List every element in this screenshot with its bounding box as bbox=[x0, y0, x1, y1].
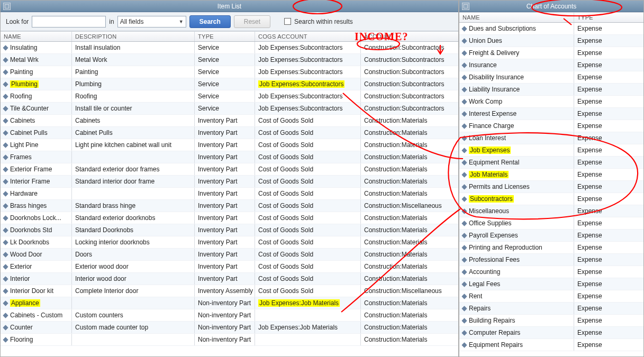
item-name: Doorknobs Std bbox=[10, 226, 52, 234]
restore-icon[interactable] bbox=[462, 3, 469, 10]
table-row[interactable]: Office SuppliesExpense bbox=[459, 217, 643, 230]
diamond-icon bbox=[462, 233, 467, 238]
item-list-body[interactable]: InsulatingInstall insulationServiceJob E… bbox=[1, 42, 458, 356]
col-cogs-header[interactable]: COGS ACCOUNT bbox=[255, 32, 361, 41]
item-name: Cabinet Pulls bbox=[10, 129, 48, 136]
search-button[interactable]: Search bbox=[189, 15, 231, 28]
diamond-icon bbox=[462, 184, 467, 189]
table-row[interactable]: Equipment RentalExpense bbox=[459, 157, 643, 169]
table-row[interactable]: Liability InsuranceExpense bbox=[459, 84, 643, 96]
col-account-name-header[interactable]: NAME bbox=[459, 13, 574, 22]
account-name: Work Comp bbox=[469, 98, 502, 105]
field-select[interactable]: All fields ▼ bbox=[117, 16, 186, 28]
table-row[interactable]: RentExpense bbox=[459, 290, 643, 303]
account-name: Job Materials bbox=[469, 171, 509, 178]
table-row[interactable]: Cabinets - CustomCustom countersNon-inve… bbox=[1, 309, 458, 322]
table-row[interactable]: Freight & DeliveryExpense bbox=[459, 47, 643, 59]
table-row[interactable]: RoofingRoofingServiceJob Expenses:Subcon… bbox=[1, 90, 458, 103]
diamond-icon bbox=[3, 118, 8, 123]
field-select-value: All fields bbox=[120, 18, 144, 25]
coa-body[interactable]: Dues and SubscriptionsExpenseUnion DuesE… bbox=[459, 23, 643, 356]
account-type: Expense bbox=[574, 327, 643, 338]
account-type: Expense bbox=[574, 254, 643, 266]
table-row[interactable]: SubcontractorsExpense bbox=[459, 193, 643, 205]
table-row[interactable]: Dues and SubscriptionsExpense bbox=[459, 23, 643, 35]
table-row[interactable]: Building RepairsExpense bbox=[459, 315, 643, 327]
table-row[interactable]: Light PineLight pine kitchen cabinet wal… bbox=[1, 139, 458, 151]
table-row[interactable]: Exterior FrameStandard exterior door fra… bbox=[1, 163, 458, 176]
table-row[interactable]: Printing and ReproductionExpense bbox=[459, 242, 643, 254]
table-row[interactable]: Finance ChargeExpense bbox=[459, 120, 643, 132]
table-row[interactable]: Cabinet PullsCabinet PullsInventory Part… bbox=[1, 127, 458, 139]
item-list-titlebar[interactable]: Item List bbox=[1, 1, 458, 12]
table-row[interactable]: HardwareInventory PartCost of Goods Sold… bbox=[1, 188, 458, 200]
col-desc-header[interactable]: DESCRIPTION bbox=[72, 32, 195, 41]
table-row[interactable]: Wood DoorDoorsInventory PartCost of Good… bbox=[1, 249, 458, 261]
col-name-header[interactable]: NAME bbox=[1, 32, 72, 41]
table-row[interactable]: InsuranceExpense bbox=[459, 59, 643, 71]
table-row[interactable]: MiscellaneousExpense bbox=[459, 205, 643, 217]
restore-icon[interactable] bbox=[3, 3, 11, 10]
item-cogs: Cost of Goods Sold bbox=[255, 261, 361, 272]
table-row[interactable]: Work CompExpense bbox=[459, 96, 643, 108]
reset-button[interactable]: Reset bbox=[234, 15, 270, 28]
table-row[interactable]: Metal WrkMetal WorkServiceJob Expenses:S… bbox=[1, 54, 458, 66]
table-row[interactable]: Payroll ExpensesExpense bbox=[459, 230, 643, 242]
table-row[interactable]: Tile &CounterInstall tile or counterServ… bbox=[1, 103, 458, 115]
table-row[interactable]: ApplianceNon-inventory PartJob Expenses:… bbox=[1, 297, 458, 309]
item-desc: Standard interior door frame bbox=[72, 176, 195, 187]
col-account-type-header[interactable]: TYPE bbox=[574, 13, 643, 22]
table-row[interactable]: Interior Door kitComplete Interior doorI… bbox=[1, 285, 458, 297]
table-row[interactable]: InsulatingInstall insulationServiceJob E… bbox=[1, 42, 458, 54]
table-row[interactable]: Lk DoorknobsLocking interior doorknobsIn… bbox=[1, 236, 458, 249]
item-account: Construction:Materials bbox=[361, 163, 456, 175]
coa-titlebar[interactable]: Chart of Accounts bbox=[459, 1, 643, 12]
table-row[interactable]: InteriorInterior wood doorInventory Part… bbox=[1, 273, 458, 285]
item-name: Tile &Counter bbox=[10, 105, 49, 112]
col-account-header[interactable]: ACCOUNT bbox=[361, 32, 456, 41]
item-desc: Exterior wood door bbox=[72, 261, 195, 272]
table-row[interactable]: Permits and LicensesExpense bbox=[459, 181, 643, 193]
table-row[interactable]: Computer RepairsExpense bbox=[459, 327, 643, 339]
table-row[interactable]: Equipment RepairsExpense bbox=[459, 339, 643, 351]
table-row[interactable]: Brass hingesStandard brass hingeInventor… bbox=[1, 200, 458, 212]
account-name: Loan Interest bbox=[469, 134, 506, 142]
table-row[interactable]: Disability InsuranceExpense bbox=[459, 71, 643, 84]
table-row[interactable]: Union DuesExpense bbox=[459, 35, 643, 47]
item-name: Interior Frame bbox=[10, 178, 50, 185]
table-row[interactable]: CounterCustom made counter topNon-invent… bbox=[1, 322, 458, 334]
item-type: Inventory Part bbox=[195, 224, 255, 236]
diamond-icon bbox=[3, 45, 8, 50]
item-desc: Complete Interior door bbox=[72, 285, 195, 297]
table-row[interactable]: Doorknobs Lock...Standard exterior doork… bbox=[1, 212, 458, 224]
table-row[interactable]: Doorknobs StdStandard DoorknobsInventory… bbox=[1, 224, 458, 236]
table-row[interactable]: Interior FrameStandard interior door fra… bbox=[1, 176, 458, 188]
table-row[interactable]: Job MaterialsExpense bbox=[459, 169, 643, 181]
table-row[interactable]: Job ExpensesExpense bbox=[459, 144, 643, 157]
account-type: Expense bbox=[574, 339, 643, 351]
table-row[interactable]: AccountingExpense bbox=[459, 266, 643, 278]
item-type: Inventory Part bbox=[195, 236, 255, 248]
table-row[interactable]: FlooringNon-inventory PartConstruction:M… bbox=[1, 334, 458, 346]
table-row[interactable]: RepairsExpense bbox=[459, 303, 643, 315]
table-row[interactable]: ExteriorExterior wood doorInventory Part… bbox=[1, 261, 458, 273]
table-row[interactable]: Professional FeesExpense bbox=[459, 254, 643, 266]
table-row[interactable]: FramesInventory PartCost of Goods SoldCo… bbox=[1, 151, 458, 163]
table-row[interactable]: PaintingPaintingServiceJob Expenses:Subc… bbox=[1, 66, 458, 78]
item-account: Construction:Materials bbox=[361, 322, 456, 333]
col-type-header[interactable]: TYPE bbox=[195, 32, 255, 41]
table-row[interactable]: PlumbingPlumbingServiceJob Expenses:Subc… bbox=[1, 78, 458, 90]
search-within-checkbox[interactable] bbox=[284, 18, 291, 25]
item-type: Inventory Part bbox=[195, 176, 255, 187]
diamond-icon bbox=[462, 38, 467, 43]
table-row[interactable]: CabinetsCabinetsInventory PartCost of Go… bbox=[1, 115, 458, 127]
table-row[interactable]: Legal FeesExpense bbox=[459, 278, 643, 290]
table-row[interactable]: Loan InterestExpense bbox=[459, 132, 643, 144]
item-name: Wood Door bbox=[10, 251, 42, 258]
item-desc: Interior wood door bbox=[72, 273, 195, 285]
table-row[interactable]: Interest ExpenseExpense bbox=[459, 108, 643, 120]
item-name: Roofing bbox=[10, 93, 32, 100]
account-type: Expense bbox=[574, 266, 643, 278]
diamond-icon bbox=[3, 69, 8, 75]
lookfor-input[interactable] bbox=[32, 16, 106, 28]
